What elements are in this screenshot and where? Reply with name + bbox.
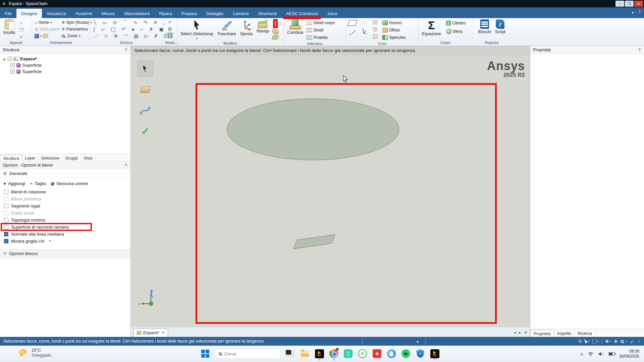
spotify-button[interactable]: ≋ [400,348,411,359]
view-redo-icon[interactable]: ↗ [637,339,641,344]
incolla-button[interactable]: Incolla [2,19,16,35]
sweep-tool-icon[interactable] [272,35,279,40]
search-input[interactable] [224,351,271,356]
volume-icon[interactable] [598,352,604,356]
section-mode-icon[interactable]: ▨ [167,26,173,32]
tab-viste[interactable]: Viste [81,155,96,161]
checkbox[interactable] [4,218,8,222]
tree-root-row[interactable]: ◢ ✓ Expace* [3,56,130,62]
script-button[interactable]: ƒ Script [494,19,506,35]
tab-layer[interactable]: Layer [22,155,38,161]
options-general-header[interactable]: ⚙ Generale [0,169,130,178]
format-painter-icon[interactable]: ✐ [18,34,25,40]
spaceclaim2-taskbar-button[interactable]: ▶SC [429,348,440,359]
option-superficie-raccordo-lamiera[interactable]: Superficie di raccordo lamiera [0,224,130,231]
riempi-button[interactable]: ✦ Riempi [256,19,270,34]
home-view-button[interactable]: ⌂Home▾ [35,19,60,26]
cut-icon[interactable]: ✂ [18,20,25,26]
dividi-corpo-button[interactable]: Dividi corpo [306,19,335,26]
collapse-ribbon-icon[interactable]: ▴ [632,10,634,14]
solid-mode-icon[interactable] [167,33,173,38]
equazione-button[interactable]: Σ Equazione [421,19,442,37]
tab-juice[interactable]: Juice [323,9,342,18]
root-checkbox[interactable]: ✓ [8,57,12,61]
tab-proprieta[interactable]: Proprietà [530,330,554,337]
tree-surface-row[interactable]: ✓ Superficie [3,62,130,68]
task-view-button[interactable] [285,348,296,359]
checkbox-checked[interactable]: ✓ [4,232,8,236]
tab-prepara[interactable]: Prepara [177,9,202,18]
edit-sketch-icon[interactable]: ✐ [167,19,173,25]
tab-assieme[interactable]: Assieme [71,9,97,18]
tab-strumenti[interactable]: Strumenti [253,9,281,18]
zoom-button[interactable]: Zoom▾ [62,33,92,39]
pin-icon[interactable] [124,48,128,52]
checkbox[interactable] [4,225,8,229]
tree-surface-row[interactable]: ✓ Superficie [3,68,130,75]
blend-tool-icon[interactable] [275,21,276,26]
specchio-button[interactable]: Specchio [382,34,406,41]
prev-tab-icon[interactable]: ◂ [514,330,516,335]
refresh-view-icon[interactable]: ↻ [578,339,582,344]
select-mode-icon[interactable]: ▾ [585,339,589,344]
tab-dettaglio[interactable]: Dettaglio [202,9,228,18]
minimize-button[interactable]: ─ [615,1,624,7]
expander-icon[interactable]: ◢ [3,57,6,61]
option-blend-rotazione[interactable]: Blend di rotazione [0,188,130,195]
tab-sfaccettature[interactable]: Sfaccettature [119,9,155,18]
ellipse-surface[interactable] [227,99,399,160]
spin-button[interactable]: ✥Spin (Ruota)▾ [62,19,92,26]
linear-pattern-icon[interactable] [373,20,378,25]
vista-piano-button[interactable]: ▦Vista piano [35,26,60,33]
sposta-button[interactable]: Sposta [239,19,254,37]
taskbar-clock[interactable]: 09:30 30/09/2025 [619,349,639,359]
pan-view-icon[interactable]: ✜ [614,339,618,344]
proietta-button[interactable]: Proietta [306,34,335,41]
tab-aesc-construct[interactable]: AESC Construct [281,9,323,18]
combina-button[interactable]: Combina [286,19,304,35]
close-button[interactable]: ✕ [634,1,643,7]
spin-view-icon[interactable]: ✥▾ [605,339,611,344]
tab-aspetto[interactable]: Aspetto [554,330,575,337]
tab-visualizza[interactable]: Visualizza [42,9,71,18]
pin-icon[interactable] [124,163,128,167]
triad-tool-icon[interactable] [361,28,368,35]
viewport[interactable]: ✓ Ansys 2025 R2 Z Y x [131,55,530,327]
panoramica-button[interactable]: ✜Panoramica [62,26,92,33]
spline-tool-button[interactable] [138,103,153,118]
diamond-app-button[interactable]: ❖ [372,348,382,359]
tray-chevron-icon[interactable]: ∧ [580,352,583,357]
sketch-tools-row[interactable]: ⋰ ◇ ⊚ ◠ ▨ ▷ ✗ Σ [94,33,169,39]
tab-ricerca[interactable]: Ricerca [575,330,595,337]
cilindro-button[interactable]: Cilindro [446,20,466,26]
tab-lamiera[interactable]: Lamiera [228,9,253,18]
document-tab[interactable]: Expace* ✕ [133,328,168,337]
dropdown-caret[interactable]: ▾ [49,239,51,243]
sketch-tools-row[interactable]: ╲ ▭ ⊙ ⌒ ∿ ↷ ✕ ◞ [94,19,167,26]
help-icon[interactable]: ? [638,10,641,14]
tab-gruppi[interactable]: Gruppi [62,155,81,161]
option-normale-linea-mediana[interactable]: ✓Normale alla linea mediana [0,231,130,238]
dividi-button[interactable]: Dividi [306,27,335,34]
checkbox[interactable] [4,204,8,208]
select-button[interactable]: Select (Seleziona) ▾ [179,19,214,41]
sfera-button[interactable]: Sfera [446,28,466,35]
pin-icon[interactable] [638,48,641,52]
edge-button[interactable] [386,348,397,359]
energy-app-button[interactable]: ency [343,348,354,359]
axis-tool-icon[interactable] [350,30,356,36]
surface-checkbox[interactable]: ✓ [10,69,15,74]
view-undo-icon[interactable]: ↙ [630,339,634,344]
tab-file[interactable]: File [0,9,16,18]
loft-tool-icon[interactable] [272,29,279,34]
option-topologia-minima[interactable]: Topologia minima [0,217,130,224]
maximize-button[interactable]: ❐ [625,1,634,7]
tab-misura[interactable]: Misura [97,9,119,18]
tab-struttura[interactable]: Struttura [0,155,22,162]
close-tab-icon[interactable]: ✕ [161,330,164,335]
expand-panel-icon[interactable]: ▲ [416,340,419,343]
whatsapp-button[interactable]: ✆ [357,348,368,359]
box-select-icon[interactable]: ▾ [592,340,599,343]
block-options-header[interactable]: ✳ Opzioni blocco [0,249,130,258]
checkbox-checked[interactable]: ✓ [4,239,8,243]
